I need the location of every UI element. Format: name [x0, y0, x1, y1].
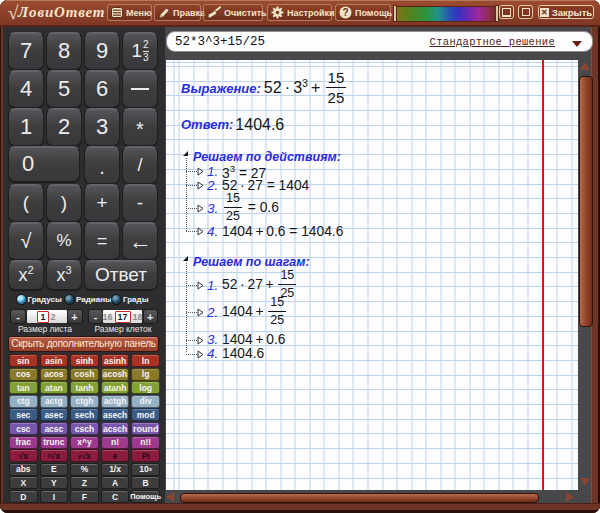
svg-text:?: ? [342, 7, 348, 18]
